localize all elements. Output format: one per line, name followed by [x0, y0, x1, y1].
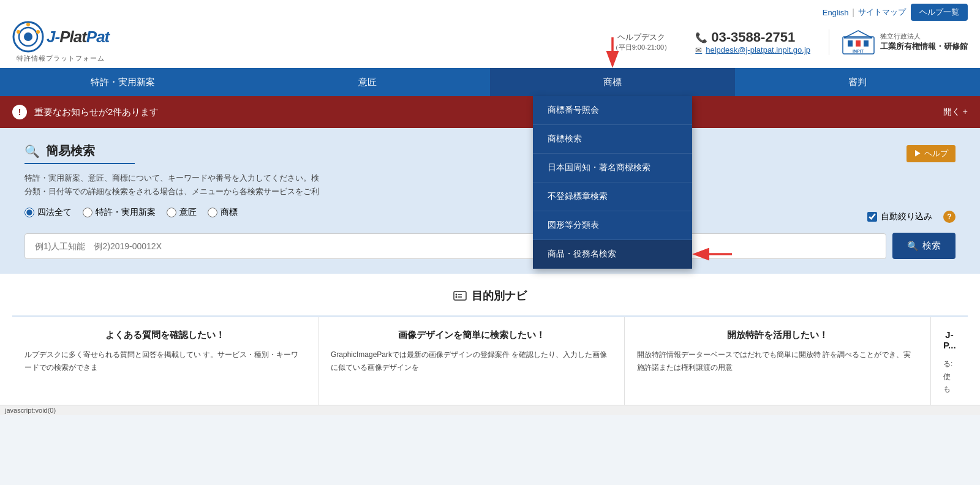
card-partial-title: J-P...	[943, 329, 956, 350]
phone-number: 03-3588-2751	[711, 29, 795, 45]
svg-rect-9	[864, 40, 869, 47]
svg-point-4	[36, 30, 40, 34]
search-title-row: 🔍 簡易検索	[24, 143, 135, 164]
svg-rect-15	[454, 291, 466, 300]
dropdown-goods-service[interactable]: 商品・役務名検索	[533, 240, 692, 269]
logo-area: J-PlatPat 特許情報プラットフォーム	[12, 21, 109, 63]
dropdown-famous-search[interactable]: 日本国周知・著名商標検索	[533, 154, 692, 182]
svg-point-3	[26, 23, 30, 26]
card-open-patent: 開放特許を活用したい！ 開放特許情報データーベースではだれでも簡単に開放特 許を…	[625, 317, 931, 405]
logo-image: J-PlatPat	[12, 21, 109, 53]
svg-point-5	[17, 30, 20, 34]
dropdown-figure-class[interactable]: 図形等分類表	[533, 211, 692, 240]
radio-design[interactable]: 意匠	[167, 207, 197, 218]
search-button-label: 検索	[922, 240, 941, 252]
status-bar: javascript:void(0)	[0, 405, 980, 415]
search-description: 特許・実用新案、意匠、商標について、キーワードや番号を入力してください。検 分類…	[24, 171, 956, 198]
dropdown-unregistered[interactable]: 不登録標章検索	[533, 182, 692, 211]
purpose-nav-icon	[453, 290, 467, 303]
nav-bar: 特許・実用新案 意匠 商標 商標番号照会 商標検索 日本国周知・著名商標検索	[0, 68, 980, 96]
card-image-design-body: GraphicImageParkでは最新の画像デザインの登録案件 を確認したり、…	[331, 348, 612, 374]
purpose-nav-title: 目的別ナビ	[12, 288, 968, 303]
svg-point-19	[456, 296, 458, 298]
mail-icon: ✉	[695, 45, 702, 55]
auto-filter-text: 自動絞り込み	[881, 211, 932, 222]
logo-icon	[12, 21, 44, 53]
radio-all[interactable]: 四法全て	[24, 207, 72, 218]
card-partial-body: る: 使 も	[943, 358, 956, 395]
svg-rect-8	[856, 40, 861, 47]
radio-trademark[interactable]: 商標	[208, 207, 238, 218]
helpdesk-label-block: ヘルプデスク （平日9:00-21:00）	[612, 32, 671, 52]
english-link[interactable]: English	[823, 8, 849, 17]
search-button-icon: 🔍	[907, 241, 919, 252]
helpdesk-label: ヘルプデスク	[612, 32, 671, 43]
top-links-row: English | サイトマップ ヘルプ一覧	[0, 0, 980, 21]
card-partial: J-P... る: 使 も	[931, 317, 968, 405]
inpit-name: 工業所有権情報・研修館	[880, 41, 968, 52]
help-all-button[interactable]: ヘルプ一覧	[911, 4, 968, 21]
help-question-badge[interactable]: ?	[943, 211, 956, 223]
trademark-dropdown: 商標番号照会 商標検索 日本国周知・著名商標検索 不登録標章検索 図形等分類表 …	[533, 96, 692, 269]
notice-text: 重要なお知らせが2件あります	[34, 107, 936, 118]
search-input[interactable]	[24, 233, 886, 259]
header-main: J-PlatPat 特許情報プラットフォーム ヘルプデスク （平日9:00-21…	[0, 21, 980, 68]
notice-icon: !	[12, 105, 27, 119]
card-open-patent-body: 開放特許情報データーベースではだれでも簡単に開放特 許を調べることができ、実施許…	[637, 348, 918, 374]
search-title: 簡易検索	[46, 143, 95, 159]
nav-trademark[interactable]: 商標 商標番号照会 商標検索 日本国周知・著名商標検索 不登録標章検索 図形等分…	[490, 68, 735, 96]
search-section: 🔍 簡易検索 ▶ ヘルプ 特許・実用新案、意匠、商標について、キーワードや番号を…	[0, 128, 980, 274]
notice-bar: ! 重要なお知らせが2件あります 開く +	[0, 96, 980, 128]
help-small-button[interactable]: ▶ ヘルプ	[907, 145, 956, 162]
search-magnifier-icon: 🔍	[24, 144, 40, 159]
inpit-label: 独立行政法人	[880, 32, 968, 41]
status-text: javascript:void(0)	[5, 407, 56, 414]
dropdown-search[interactable]: 商標検索	[533, 125, 692, 154]
logo-tagline: 特許情報プラットフォーム	[17, 54, 105, 63]
dropdown-number-lookup[interactable]: 商標番号照会	[533, 96, 692, 125]
search-input-row: 🔍 検索	[24, 233, 956, 259]
purpose-nav-title-text: 目的別ナビ	[472, 288, 527, 303]
nav-patent[interactable]: 特許・実用新案	[0, 68, 245, 96]
card-open-patent-title: 開放特許を活用したい！	[637, 329, 918, 341]
card-image-design: 画像デザインを簡単に検索したい！ GraphicImageParkでは最新の画像…	[318, 317, 625, 405]
purpose-nav-section: 目的別ナビ よくある質問を確認したい！ ルプデスクに多く寄せられる質問と回答を掲…	[0, 274, 980, 405]
radio-patent[interactable]: 特許・実用新案	[83, 207, 156, 218]
logo-text: J-PlatPat	[47, 28, 109, 47]
nav-area: 特許・実用新案 意匠 商標 商標番号照会 商標検索 日本国周知・著名商標検索	[0, 68, 980, 96]
svg-rect-7	[848, 40, 853, 47]
inpit-area: INPIT 独立行政法人 工業所有権情報・研修館	[829, 29, 968, 55]
svg-point-18	[456, 293, 458, 295]
svg-text:INPIT: INPIT	[853, 49, 864, 53]
radio-group: 四法全て 特許・実用新案 意匠 商標	[24, 207, 238, 218]
helpdesk-area: ヘルプデスク （平日9:00-21:00） 📞 03-3588-2751 ✉ h…	[612, 29, 810, 55]
svg-point-2	[24, 32, 32, 41]
helpdesk-phone-row: 📞 03-3588-2751	[695, 29, 810, 45]
nav-trial[interactable]: 審判	[735, 68, 980, 96]
search-help-btn[interactable]: ▶ ヘルプ	[907, 145, 956, 162]
sitemap-link[interactable]: サイトマップ	[858, 7, 906, 18]
nav-design[interactable]: 意匠	[245, 68, 490, 96]
helpdesk-email-link[interactable]: helpdesk@j-platpat.inpit.go.jp	[706, 45, 810, 55]
phone-icon: 📞	[695, 32, 707, 43]
notice-open-button[interactable]: 開く +	[943, 107, 968, 118]
card-faq-body: ルプデスクに多く寄せられる質問と回答を掲載してい す。サービス・種別・キーワード…	[24, 348, 306, 374]
auto-filter-checkbox[interactable]	[867, 212, 877, 222]
card-image-design-title: 画像デザインを簡単に検索したい！	[331, 329, 612, 341]
helpdesk-hours: （平日9:00-21:00）	[612, 43, 671, 52]
card-faq: よくある質問を確認したい！ ルプデスクに多く寄せられる質問と回答を掲載してい す…	[12, 317, 318, 405]
auto-filter-label[interactable]: 自動絞り込み	[867, 211, 932, 222]
helpdesk-contact: 📞 03-3588-2751 ✉ helpdesk@j-platpat.inpi…	[695, 29, 810, 55]
cards-row: よくある質問を確認したい！ ルプデスクに多く寄せられる質問と回答を掲載してい す…	[12, 315, 968, 405]
helpdesk-email-row[interactable]: ✉ helpdesk@j-platpat.inpit.go.jp	[695, 45, 810, 55]
search-header-block: 🔍 簡易検索	[24, 143, 135, 167]
search-button[interactable]: 🔍 検索	[892, 233, 956, 259]
divider-1: |	[852, 7, 854, 17]
inpit-text-block: 独立行政法人 工業所有権情報・研修館	[880, 32, 968, 52]
inpit-logo: INPIT	[842, 29, 875, 55]
card-faq-title: よくある質問を確認したい！	[24, 329, 306, 341]
